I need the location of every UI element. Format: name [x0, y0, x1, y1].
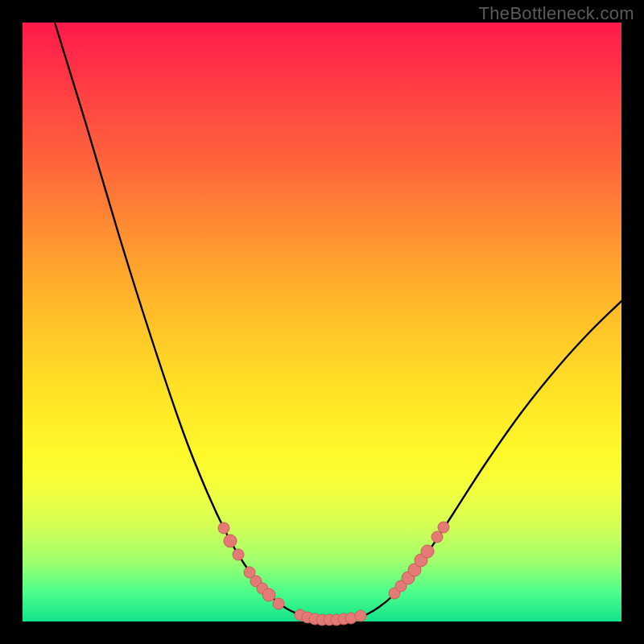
curve-marker	[438, 522, 449, 533]
chart-frame: TheBottleneck.com	[0, 0, 644, 644]
curve-marker	[218, 522, 229, 534]
curve-marker	[233, 549, 244, 560]
curve-marker	[421, 545, 434, 558]
curve-marker	[273, 598, 284, 609]
curve-marker	[262, 588, 275, 601]
watermark-text: TheBottleneck.com	[479, 3, 634, 24]
curve-marker	[355, 610, 366, 621]
curve-marker	[431, 531, 443, 543]
curve-marker	[224, 535, 237, 547]
bottleneck-curve	[55, 23, 621, 621]
plot-area	[23, 23, 621, 621]
curve-svg	[23, 23, 621, 621]
curve-markers	[218, 522, 449, 625]
